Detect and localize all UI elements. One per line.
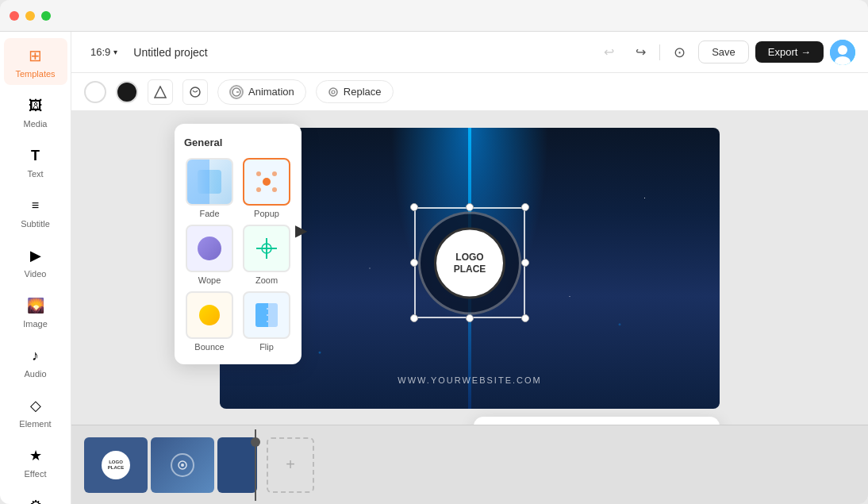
website-text: WWW.YOURWEBSITE.COM xyxy=(398,375,541,385)
timeline-clip-2[interactable] xyxy=(151,437,214,493)
sidebar-item-tools[interactable]: ⚙ Tools xyxy=(4,488,67,504)
replace-button[interactable]: Replace xyxy=(316,80,394,103)
svg-point-6 xyxy=(329,88,337,96)
element-icon: ◇ xyxy=(25,394,47,417)
timeline-strip: LOGOPLACE xyxy=(84,437,257,493)
content-area: 16:9 ▾ Untitled project ↩ ↪ ⊙ Save Expor… xyxy=(71,32,868,504)
selection-overlay xyxy=(414,207,525,318)
add-clip-button[interactable]: + xyxy=(267,437,314,493)
minimize-button[interactable] xyxy=(25,11,35,21)
fade-label: Fade xyxy=(199,209,219,218)
animation-grid: Fade xyxy=(184,158,292,352)
clip-thumb-2 xyxy=(151,437,214,493)
handle-bottom-left[interactable] xyxy=(410,314,418,322)
svg-point-18 xyxy=(181,464,184,467)
tools-icon: ⚙ xyxy=(25,494,47,504)
sidebar-item-media[interactable]: 🖼 Media xyxy=(4,88,67,135)
animation-dot-icon xyxy=(229,85,244,99)
color-white[interactable] xyxy=(84,81,106,103)
fade-thumb xyxy=(186,158,233,206)
aspect-ratio-value: 16:9 xyxy=(90,46,110,58)
sidebar-label-element: Element xyxy=(19,419,51,429)
handle-bottom-middle[interactable] xyxy=(466,314,474,322)
svg-point-7 xyxy=(332,90,335,94)
handle-bottom-right[interactable] xyxy=(521,314,529,322)
toolbar-actions: ↩ ↪ ⊙ Save Export → xyxy=(596,40,855,65)
top-toolbar: 16:9 ▾ Untitled project ↩ ↪ ⊙ Save Expor… xyxy=(71,32,868,73)
timeline-wrapper: LOGOPLACE xyxy=(84,437,257,493)
sidebar-item-element[interactable]: ◇ Element xyxy=(4,388,67,435)
selection-border xyxy=(414,207,525,318)
timeline: LOGOPLACE xyxy=(71,425,868,504)
sidebar-item-audio[interactable]: ♪ Audio xyxy=(4,338,67,385)
category-panel: Category ↓ ↑ → ← Duration 1.0s xyxy=(474,417,720,425)
image-icon: 🌄 xyxy=(25,294,47,317)
handle-middle-right[interactable] xyxy=(521,259,529,267)
replace-icon xyxy=(328,87,339,98)
sidebar-label-templates: Templates xyxy=(15,69,55,79)
animation-panel: General xyxy=(175,124,301,364)
anim-item-flip[interactable]: Flip xyxy=(241,291,292,352)
handle-top-right[interactable] xyxy=(521,203,529,211)
handle-top-middle[interactable] xyxy=(466,203,474,211)
replace-label: Replace xyxy=(344,86,382,98)
main-layout: ⊞ Templates 🖼 Media T Text ≡ Subtitle ▶ … xyxy=(0,32,868,504)
zoom-thumb xyxy=(243,225,290,272)
maximize-button[interactable] xyxy=(41,11,51,21)
close-button[interactable] xyxy=(10,11,19,21)
bounce-label: Bounce xyxy=(194,342,224,352)
timeline-clip-3[interactable] xyxy=(217,437,257,493)
color-black[interactable] xyxy=(116,81,138,103)
sidebar-item-templates[interactable]: ⊞ Templates xyxy=(4,38,67,85)
svg-point-1 xyxy=(838,45,847,55)
toolbar-divider xyxy=(659,44,660,60)
mask-icon-btn[interactable] xyxy=(182,79,208,105)
anim-item-fade[interactable]: Fade xyxy=(184,158,235,218)
sidebar-item-effect[interactable]: ★ Effect xyxy=(4,438,67,485)
anim-item-popup[interactable]: Popup xyxy=(241,158,292,218)
handle-top-left[interactable] xyxy=(410,203,418,211)
sidebar-item-text[interactable]: T Text xyxy=(4,138,67,185)
title-bar xyxy=(0,0,868,32)
video-icon: ▶ xyxy=(25,244,47,267)
app-window: ⊞ Templates 🖼 Media T Text ≡ Subtitle ▶ … xyxy=(0,0,868,504)
anim-item-zoom[interactable]: Zoom xyxy=(241,225,292,285)
left-sidebar: ⊞ Templates 🖼 Media T Text ≡ Subtitle ▶ … xyxy=(0,32,71,504)
redo-button[interactable]: ↪ xyxy=(628,40,653,65)
animation-button[interactable]: Animation xyxy=(217,79,306,105)
sidebar-label-text: Text xyxy=(27,169,43,179)
text-icon: T xyxy=(25,144,47,167)
sidebar-item-video[interactable]: ▶ Video xyxy=(4,238,67,285)
aspect-ratio-selector[interactable]: 16:9 ▾ xyxy=(84,43,124,61)
svg-marker-3 xyxy=(155,87,166,98)
export-button[interactable]: Export → xyxy=(755,41,824,63)
project-title: Untitled project xyxy=(133,46,586,59)
anim-item-bounce[interactable]: Bounce xyxy=(184,291,235,352)
clip-logo-mini-1: LOGOPLACE xyxy=(102,451,130,479)
svg-point-9 xyxy=(263,178,271,186)
svg-point-13 xyxy=(272,187,277,192)
svg-point-10 xyxy=(256,171,261,176)
popup-thumb xyxy=(243,158,290,206)
chevron-down-icon: ▾ xyxy=(113,48,117,56)
needle-head xyxy=(251,437,260,447)
effect-icon: ★ xyxy=(25,444,47,467)
avatar[interactable] xyxy=(830,40,855,65)
svg-point-11 xyxy=(272,171,277,176)
flip-thumb xyxy=(243,291,290,339)
anim-item-wope[interactable]: Wope xyxy=(184,225,235,285)
sidebar-label-video: Video xyxy=(25,269,47,279)
timeline-clip-1[interactable]: LOGOPLACE xyxy=(84,437,148,493)
audio-icon: ♪ xyxy=(25,344,47,367)
save-button[interactable]: Save xyxy=(698,40,749,63)
sidebar-label-effect: Effect xyxy=(25,469,47,479)
sidebar-item-subtitle[interactable]: ≡ Subtitle xyxy=(4,188,67,235)
subtitle-icon: ≡ xyxy=(25,194,47,217)
handle-middle-left[interactable] xyxy=(410,259,418,267)
sidebar-label-subtitle: Subtitle xyxy=(21,219,50,229)
undo-button[interactable]: ↩ xyxy=(596,40,621,65)
timer-button[interactable]: ⊙ xyxy=(666,40,692,65)
shape-icon-btn[interactable] xyxy=(148,79,173,105)
clip-thumb-1: LOGOPLACE xyxy=(84,437,148,493)
sidebar-item-image[interactable]: 🌄 Image xyxy=(4,288,67,335)
